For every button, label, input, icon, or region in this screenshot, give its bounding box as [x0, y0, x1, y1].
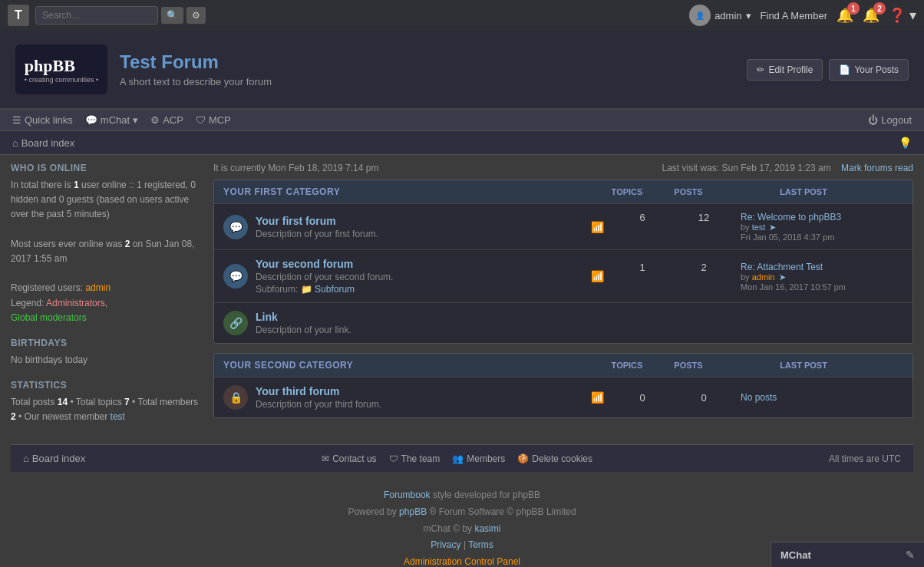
acp-link[interactable]: ⚙ ACP [150, 114, 183, 126]
your-posts-button[interactable]: 📄 Your Posts [829, 59, 909, 81]
subforum-link[interactable]: 📁 Subforum [301, 284, 355, 295]
terms-link[interactable]: Terms [468, 539, 493, 550]
the-team-label: The team [401, 453, 441, 464]
forum-info: Your third forum Description of your thi… [256, 385, 580, 410]
last-post-author-link[interactable]: admin [752, 272, 775, 282]
view-last-icon[interactable]: ➤ [769, 223, 776, 232]
stat-posts: 2 [673, 262, 734, 292]
advanced-search-button[interactable]: ⚙ [186, 7, 206, 24]
mchat-edit-icon[interactable]: ✎ [906, 549, 915, 561]
board-index-link[interactable]: ⌂ Board index [12, 137, 74, 149]
footer-timezone: All times are UTC [829, 453, 901, 464]
logout-label: Logout [881, 114, 912, 126]
content-area: WHO IS ONLINE In total there is 1 user o… [0, 155, 924, 444]
top-navigation: T 🔍 ⚙ 👤 admin ▾ Find A Member 🔔 1 🔔 2 ❓ … [0, 0, 924, 31]
forum-desc: Description of your second forum. [256, 272, 580, 282]
search-button[interactable]: 🔍 [161, 7, 183, 24]
mchat-bar[interactable]: MChat ✎ [771, 542, 924, 567]
members-link[interactable]: 👥 Members [452, 453, 505, 464]
last-post-date: Fri Jan 05, 2018 4:37 pm [741, 232, 903, 242]
forum-desc: Description of your first forum. [256, 229, 580, 239]
forum-software-text: ® Forum Software © phpBB Limited [429, 506, 576, 517]
quick-links-menu[interactable]: ☰ Quick links [12, 114, 73, 126]
forum-name-link[interactable]: Your first forum [256, 215, 336, 227]
logout-button[interactable]: ⏻ Logout [868, 114, 912, 126]
help-button[interactable]: ❓ ▾ [889, 7, 916, 24]
last-post-by: by test ➤ [741, 223, 903, 232]
last-post-title[interactable]: Re: Attachment Test [741, 262, 903, 272]
forum-brand: phpBB • creating communities • Test Foru… [15, 45, 272, 94]
phpbb-link[interactable]: phpBB [399, 506, 427, 517]
administrators-link[interactable]: Administrators [46, 298, 105, 308]
forum-icon: 💬 [223, 264, 248, 288]
statistics-section: STATISTICS Total posts 14 • Total topics… [11, 380, 203, 424]
col-header-lastpost: LAST POST [719, 187, 888, 196]
category-2-title: YOUR SECOND CATEGORY [223, 360, 353, 371]
forum-desc: Description of your link. [256, 325, 604, 335]
statistics-text: Total posts 14 • Total topics 7 • Total … [11, 395, 203, 424]
admin-menu[interactable]: 👤 admin ▾ [689, 5, 751, 26]
privacy-link[interactable]: Privacy [431, 539, 460, 550]
find-member-link[interactable]: Find A Member [761, 10, 827, 21]
delete-cookies-link[interactable]: 🍪 Delete cookies [517, 453, 592, 464]
who-is-online-title: WHO IS ONLINE [11, 163, 203, 173]
category-1-title: YOUR FIRST CATEGORY [223, 186, 340, 197]
notifications-2-button[interactable]: 🔔 2 [863, 7, 879, 24]
newest-member-link[interactable]: test [111, 411, 125, 422]
subforum-info: Subforum: 📁 Subforum [256, 284, 580, 295]
rss-feed-icon[interactable]: 📶 [591, 221, 604, 233]
admin-control-panel-link[interactable]: Administration Control Panel [404, 556, 520, 567]
mcp-link[interactable]: 🛡 MCP [196, 114, 231, 126]
kasimi-link[interactable]: kasimi [474, 523, 500, 534]
global-moderators-link[interactable]: Global moderators [11, 312, 87, 323]
the-team-link[interactable]: 🛡 The team [389, 453, 441, 464]
view-last-icon[interactable]: ➤ [779, 272, 786, 282]
phpbb-logo-sub: • creating communities • [25, 76, 98, 84]
admin-user-link[interactable]: admin [85, 282, 111, 293]
last-post-by: by admin ➤ [741, 272, 903, 282]
board-index-footer-link[interactable]: ⌂ Board index [23, 453, 85, 464]
rss-feed-icon[interactable]: 📶 [591, 270, 604, 282]
stat-last-post: No posts [734, 392, 903, 404]
stat-posts: 12 [673, 212, 734, 242]
forum-icon: 💬 [223, 215, 248, 239]
search-input[interactable] [35, 6, 158, 25]
contact-us-link[interactable]: ✉ Contact us [322, 453, 376, 464]
edit-profile-label: Edit Profile [768, 64, 813, 75]
mark-forums-read-link[interactable]: Mark forums read [841, 163, 913, 173]
legend-label: Legend: [11, 298, 46, 308]
notification-1-badge: 1 [847, 2, 860, 15]
col-header-posts: POSTS [658, 361, 719, 370]
rss-feed-icon[interactable]: 📶 [591, 391, 604, 404]
who-is-online-section: WHO IS ONLINE In total there is 1 user o… [11, 163, 203, 325]
forum-name-link[interactable]: Your second forum [256, 258, 353, 270]
footer-line-2: Powered by phpBB ® Forum Software © phpB… [8, 504, 916, 521]
forum-name-link[interactable]: Link [256, 311, 278, 323]
phpbb-logo: phpBB • creating communities • [15, 45, 107, 94]
forum-row: 🔒 Your third forum Description of your t… [214, 377, 912, 417]
footer-line-3: mChat © by kasimi [8, 521, 916, 538]
forumbook-link[interactable]: Forumbook [384, 490, 431, 500]
forum-title: Test Forum [120, 51, 272, 73]
last-post-title[interactable]: Re: Welcome to phpBB3 [741, 212, 903, 223]
mchat-label: mChat [101, 114, 130, 126]
forum-row: 💬 Your first forum Description of your f… [214, 203, 912, 249]
mcp-label: MCP [209, 114, 231, 126]
locked-forum-icon: 🔒 [223, 385, 248, 410]
most-ever-text: Most users ever online was 2 on Sun Jan … [11, 239, 195, 264]
board-index-label: Board index [21, 137, 74, 149]
last-post-author-link[interactable]: test [752, 223, 766, 232]
notifications-1-button[interactable]: 🔔 1 [837, 7, 853, 24]
admin-name: admin [714, 10, 741, 21]
forum-info: Link Description of your link. [256, 311, 604, 335]
mchat-menu[interactable]: 💬 mChat ▾ [85, 114, 138, 126]
edit-profile-button[interactable]: ✏ Edit Profile [747, 59, 823, 81]
style-text: style developed for phpBB [433, 490, 540, 500]
forum-name-link[interactable]: Your third forum [256, 385, 339, 397]
phpbb-logo-text: phpBB [25, 56, 98, 76]
shield-icon: 🛡 [196, 114, 206, 126]
online-text: In total there is 1 user online :: 1 reg… [11, 180, 196, 219]
birthdays-text: No birthdays today [11, 353, 203, 368]
chevron-down-icon: ▾ [746, 10, 751, 21]
main-header: phpBB • creating communities • Test Foru… [0, 31, 924, 110]
